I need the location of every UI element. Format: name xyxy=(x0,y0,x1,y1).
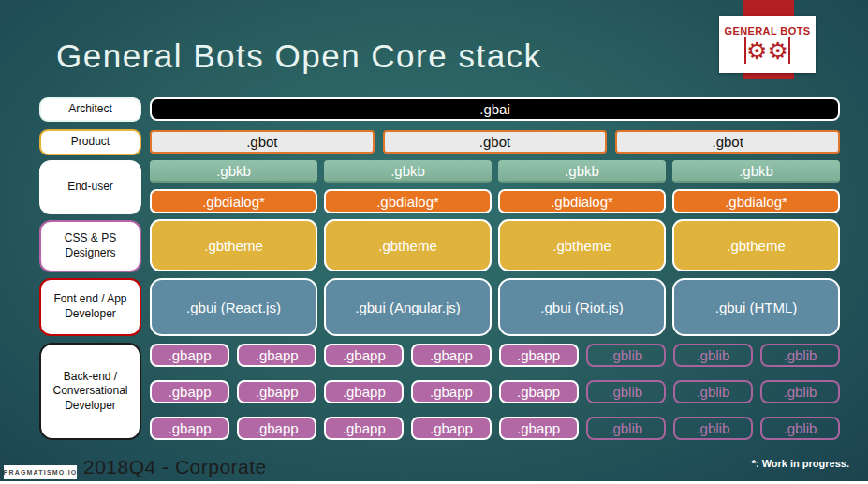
slide: General Bots Open Core stack GENERAL BOT… xyxy=(0,0,868,484)
gear-icon: ⚙ xyxy=(768,37,788,64)
gbtheme-box: .gbtheme xyxy=(150,219,317,271)
work-in-progress-note: *: Work in progress. xyxy=(752,458,849,469)
gbui-html-box: .gbui (HTML) xyxy=(672,278,840,336)
footer-caption: 2018Q4 - Corporate xyxy=(83,456,267,478)
pragmatismo-badge: PRAGMATISMO.IO xyxy=(4,465,77,479)
gbapp-box: .gbapp xyxy=(150,380,229,403)
gbapp-box: .gbapp xyxy=(324,380,404,403)
gbtheme-box: .gbtheme xyxy=(498,219,666,271)
gbot-box: .gbot xyxy=(150,130,375,154)
role-label-frontend: Font end / App Developer xyxy=(39,278,141,336)
role-label-designers: CSS & PS Designers xyxy=(39,220,141,272)
gbapp-box: .gbapp xyxy=(237,344,316,367)
gbtheme-box: .gbtheme xyxy=(672,219,840,271)
gbot-box: .gbot xyxy=(615,130,840,154)
gbapp-box: .gbapp xyxy=(324,344,404,367)
gblib-box: .gblib xyxy=(673,417,753,440)
gbapp-box: .gbapp xyxy=(499,344,579,367)
gbapp-box: .gbapp xyxy=(411,417,491,440)
gears-icon: ⚙ ⚙ xyxy=(744,37,790,64)
gbui-riot-box: .gbui (Riot.js) xyxy=(498,278,666,336)
role-label-backend: Back-end / Conversational Developer xyxy=(39,343,141,440)
gblib-box: .gblib xyxy=(760,344,840,367)
gbtheme-box: .gbtheme xyxy=(324,219,492,271)
gbdialog-box: .gbdialog* xyxy=(672,189,840,213)
gblib-box: .gblib xyxy=(586,380,666,403)
gbapp-box: .gbapp xyxy=(150,417,229,440)
gbapp-box: .gbapp xyxy=(237,417,316,440)
gblib-box: .gblib xyxy=(586,417,666,440)
general-bots-logo: GENERAL BOTS ⚙ ⚙ xyxy=(719,16,816,73)
role-label-architect: Architect xyxy=(39,97,141,122)
gbapp-box: .gbapp xyxy=(411,344,491,367)
gblib-box: .gblib xyxy=(760,380,840,403)
gbapp-box: .gbapp xyxy=(324,417,404,440)
gblib-box: .gblib xyxy=(673,344,753,367)
gbai-bar: .gbai xyxy=(150,97,840,121)
gbkb-box: .gbkb xyxy=(324,160,492,183)
gbapp-box: .gbapp xyxy=(499,380,579,403)
gbkb-box: .gbkb xyxy=(672,160,840,183)
gear-icon: ⚙ xyxy=(746,37,767,64)
page-title: General Bots Open Core stack xyxy=(56,37,542,75)
gbdialog-box: .gbdialog* xyxy=(498,189,666,213)
gbkb-box: .gbkb xyxy=(498,160,666,183)
gbapp-box: .gbapp xyxy=(499,417,579,440)
logo-frame-bar xyxy=(788,37,790,64)
gbui-react-box: .gbui (React.js) xyxy=(150,278,317,336)
gbdialog-box: .gbdialog* xyxy=(324,189,492,213)
role-label-end-user: End-user xyxy=(39,160,141,214)
gblib-box: .gblib xyxy=(760,417,840,440)
role-label-product: Product xyxy=(39,129,141,155)
gblib-box: .gblib xyxy=(673,380,753,403)
gbui-angular-box: .gbui (Angular.js) xyxy=(324,278,492,336)
gbapp-box: .gbapp xyxy=(237,380,316,403)
gbot-box: .gbot xyxy=(383,130,608,154)
gbapp-box: .gbapp xyxy=(150,344,229,367)
logo-text: GENERAL BOTS xyxy=(725,25,811,37)
gbdialog-box: .gbdialog* xyxy=(150,189,317,213)
gbkb-box: .gbkb xyxy=(150,160,317,183)
gbapp-box: .gbapp xyxy=(411,380,491,403)
gblib-box: .gblib xyxy=(586,344,666,367)
